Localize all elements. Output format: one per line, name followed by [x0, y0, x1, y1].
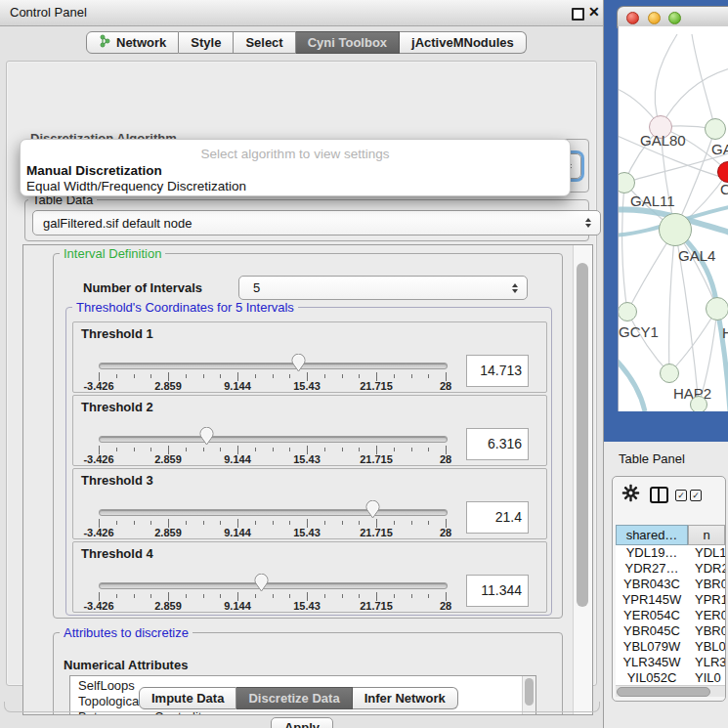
tab-cyni-toolbox[interactable]: Cyni Toolbox — [296, 31, 400, 54]
table-row[interactable]: YIL052CYIL0 — [616, 670, 725, 685]
node-gal4[interactable] — [659, 213, 692, 246]
cell-name: YIL0 — [688, 670, 725, 685]
tick-mark — [324, 448, 325, 451]
table-data-combobox[interactable]: galFiltered.sif default node — [32, 210, 601, 236]
table-row[interactable]: YLR345WYLR3 — [616, 655, 725, 670]
tick-mark — [411, 448, 412, 451]
tick-mark — [220, 594, 221, 598]
tick-mark — [411, 594, 412, 598]
network-canvas[interactable]: GAL80GACGAL11GAL4GCY1HHAP2 — [618, 26, 728, 411]
float-window-icon[interactable] — [572, 8, 584, 21]
tick-mark — [289, 594, 290, 598]
tick-mark — [324, 594, 325, 598]
table-row[interactable]: YPR145WYPR1 — [616, 592, 725, 608]
threshold-1-value-field[interactable]: 14.713 — [466, 355, 529, 387]
tick-mark — [255, 594, 256, 598]
tab-network[interactable]: Network — [86, 31, 179, 54]
cell-shared-name: YDR27… — [616, 561, 688, 577]
number-of-intervals-label: Number of Intervals — [83, 280, 202, 295]
control-panel-window: Control Panel ✕ NetworkStyleSelectCyni T… — [0, 0, 604, 728]
scale-label: 15.43 — [293, 527, 321, 538]
panel-scrollbar-thumb[interactable] — [577, 263, 588, 607]
table-row[interactable]: YER054CYER0 — [616, 608, 725, 623]
node-gcy1[interactable] — [618, 302, 637, 321]
checkbox-icon[interactable] — [675, 490, 687, 501]
threshold-3-value-field[interactable]: 21.4 — [466, 501, 529, 534]
table-row[interactable]: YBR043CYBR0 — [616, 577, 725, 592]
tick-mark — [186, 521, 187, 525]
minimize-traffic-light-icon[interactable] — [648, 12, 661, 24]
zoom-traffic-light-icon[interactable] — [668, 12, 681, 24]
split-view-icon[interactable] — [650, 487, 668, 503]
tick-mark — [220, 448, 221, 451]
column-header-shared[interactable]: shared… — [616, 525, 688, 545]
tick-mark — [289, 448, 290, 451]
tick-mark — [342, 594, 343, 598]
tab-select[interactable]: Select — [234, 31, 295, 54]
cyni-toolbox-panel: Discretization Algorithm Select algorith… — [6, 61, 597, 686]
scale-label: 21.715 — [360, 380, 393, 392]
tick-mark — [273, 521, 274, 525]
scale-label: 9.144 — [224, 380, 251, 392]
table-row[interactable]: YDL19…YDL1 — [616, 545, 725, 561]
tick-mark — [324, 374, 325, 378]
threshold-1-slider-track[interactable] — [99, 363, 448, 369]
tick-mark — [428, 521, 429, 525]
threshold-2-slider-thumb[interactable] — [199, 427, 214, 446]
scale-label: 21.715 — [360, 527, 393, 538]
node-hap2[interactable] — [660, 364, 679, 383]
number-of-intervals-value: 5 — [249, 280, 260, 295]
panel-scrollbar[interactable] — [573, 245, 592, 714]
algorithm-option-manual-discretization[interactable]: Manual Discretization — [26, 163, 162, 178]
algorithm-placeholder-option[interactable]: Select algorithm to view settings — [21, 147, 570, 161]
column-header-n[interactable]: n — [688, 525, 725, 545]
threshold-3-slider-track[interactable] — [99, 509, 448, 516]
threshold-3-slider-thumb[interactable] — [365, 500, 380, 519]
gear-icon[interactable] — [621, 484, 640, 505]
scale-label: 15.43 — [293, 453, 321, 465]
threshold-4-slider-thumb[interactable] — [254, 574, 269, 592]
table-panel-region: Table Panel shared…n YDL19…YDL1YDR27…YDR… — [604, 442, 728, 728]
tick-mark — [428, 374, 429, 378]
table-row[interactable]: YBL079WYBL0 — [616, 639, 725, 655]
threshold-panel-1: Threshold 1-3.4262.8599.14415.4321.71528… — [72, 321, 547, 393]
threshold-1-slider-thumb[interactable] — [291, 354, 306, 372]
numerical-attributes-label: Numerical Attributes — [64, 658, 188, 672]
checkbox-icon[interactable] — [690, 490, 702, 501]
tick-mark — [150, 594, 151, 598]
tab-style[interactable]: Style — [179, 31, 234, 54]
tick-mark — [150, 521, 151, 525]
threshold-2-value-field[interactable]: 6.316 — [466, 428, 529, 460]
tick-mark — [359, 594, 360, 598]
tick-mark — [428, 448, 429, 451]
table-horizontal-scrollbar[interactable] — [616, 685, 725, 697]
apply-button[interactable]: Apply — [271, 717, 333, 728]
close-icon[interactable]: ✕ — [588, 4, 600, 20]
threshold-4-slider-track[interactable] — [99, 582, 448, 589]
table-row[interactable]: YDR27…YDR2 — [616, 561, 725, 577]
node-top-right[interactable] — [705, 118, 726, 140]
threshold-2-slider-track[interactable] — [99, 436, 448, 443]
number-of-intervals-spinner[interactable]: 5 — [238, 276, 528, 300]
network-window-titlebar[interactable] — [617, 6, 728, 28]
tab-jactivemnodules[interactable]: jActiveMNodules — [400, 31, 527, 54]
tick-mark — [220, 521, 221, 525]
threshold-4-value-field[interactable]: 11.344 — [466, 575, 529, 607]
tick-mark — [134, 521, 135, 525]
node-right-mid[interactable] — [706, 297, 728, 321]
tick-mark — [186, 594, 187, 598]
tick-mark — [273, 594, 274, 598]
table-hscrollbar-thumb[interactable] — [617, 687, 710, 697]
algorithm-option-equal-width-frequency-discretization[interactable]: Equal Width/Frequency Discretization — [26, 179, 246, 193]
settings-scroll-pane: Interval Definition Number of Intervals … — [22, 244, 593, 715]
spinner-arrows-icon — [512, 283, 518, 293]
tick-mark — [394, 594, 395, 598]
threshold-label: Threshold 2 — [81, 400, 153, 414]
scale-label: -3.426 — [83, 527, 113, 538]
scale-label: 28 — [440, 600, 451, 612]
thresholds-group-title: Threshold's Coordinates for 5 Intervals — [72, 300, 298, 315]
close-traffic-light-icon[interactable] — [626, 12, 639, 24]
table-row[interactable]: YBR045CYBR0 — [616, 623, 725, 639]
cell-shared-name: YLR345W — [616, 655, 688, 670]
node-bottom[interactable] — [690, 396, 707, 411]
